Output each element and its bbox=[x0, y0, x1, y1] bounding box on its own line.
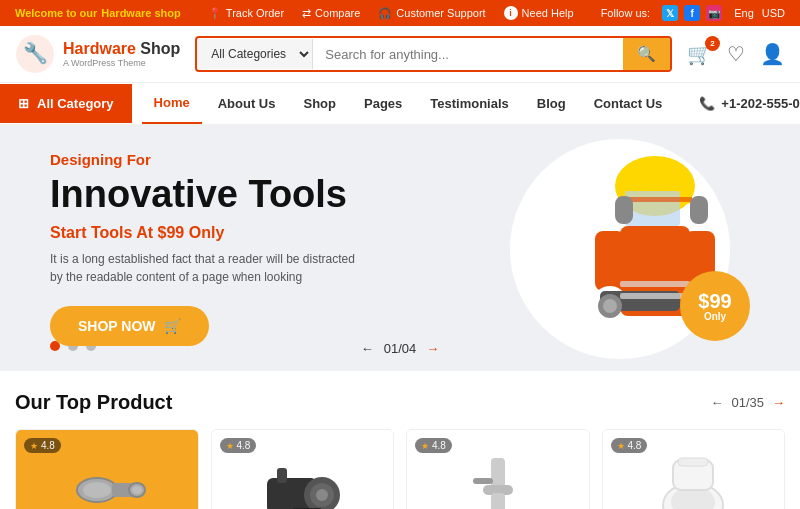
product-image-area: ★ 4.8 bbox=[407, 430, 589, 509]
hero-title: Innovative Tools bbox=[50, 174, 370, 216]
shop-now-button[interactable]: SHOP NOW 🛒 bbox=[50, 306, 209, 346]
hero-subtitle: Start Tools At $99 Only bbox=[50, 224, 370, 242]
search-area: All Categories 🔍 bbox=[195, 36, 672, 72]
svg-rect-27 bbox=[277, 468, 287, 483]
headset-icon: 🎧 bbox=[378, 7, 392, 20]
product-rating: ★ 4.8 bbox=[415, 438, 452, 453]
slide-info: 01/04 bbox=[384, 341, 417, 356]
need-help-link[interactable]: i Need Help bbox=[504, 6, 574, 20]
product-rating: ★ 4.8 bbox=[220, 438, 257, 453]
svg-point-26 bbox=[316, 489, 328, 501]
navigation: ⊞ All Category HomeAbout UsShopPagesTest… bbox=[0, 83, 800, 126]
product-card-1[interactable]: ★ 4.8 bbox=[15, 429, 199, 509]
lang-currency: Eng USD bbox=[734, 7, 785, 19]
nav-menu: HomeAbout UsShopPagesTestimonialsBlogCon… bbox=[132, 83, 685, 124]
header: 🔧 Hardware Shop A WordPress Theme All Ca… bbox=[0, 26, 800, 83]
svg-point-13 bbox=[603, 299, 617, 313]
svg-rect-29 bbox=[491, 458, 505, 488]
star-icon: ★ bbox=[421, 441, 429, 451]
welcome-text: Welcome to our bbox=[15, 7, 97, 19]
nav-item-testimonials[interactable]: Testimonials bbox=[418, 84, 521, 123]
svg-rect-15 bbox=[620, 293, 690, 299]
product-grid: ★ 4.8 ★ 4.8 ★ 4.8 ★ 4.8 bbox=[15, 429, 785, 509]
logo-text: Hardware Shop A WordPress Theme bbox=[63, 39, 180, 69]
products-prev-arrow[interactable]: ← bbox=[710, 395, 723, 410]
search-button[interactable]: 🔍 bbox=[623, 38, 670, 70]
svg-rect-33 bbox=[473, 478, 493, 484]
nav-item-shop[interactable]: Shop bbox=[291, 84, 348, 123]
category-select[interactable]: All Categories bbox=[197, 39, 313, 69]
product-image-area: ★ 4.8 bbox=[603, 430, 785, 509]
cart-icon: 🛒 bbox=[164, 318, 181, 334]
cart-icon-button[interactable]: 🛒 2 bbox=[687, 42, 712, 66]
svg-point-22 bbox=[132, 486, 142, 494]
product-rating: ★ 4.8 bbox=[611, 438, 648, 453]
follow-us: Follow us: bbox=[601, 7, 651, 19]
star-icon: ★ bbox=[30, 441, 38, 451]
svg-rect-14 bbox=[620, 281, 690, 287]
wishlist-icon-button[interactable]: ♡ bbox=[727, 42, 745, 66]
compare-icon: ⇄ bbox=[302, 7, 311, 20]
customer-support-link[interactable]: 🎧 Customer Support bbox=[378, 7, 485, 20]
products-title: Our Top Product bbox=[15, 391, 172, 414]
search-input[interactable] bbox=[313, 40, 623, 69]
location-icon: 📍 bbox=[208, 7, 222, 20]
star-icon: ★ bbox=[226, 441, 234, 451]
star-icon: ★ bbox=[617, 441, 625, 451]
products-header: Our Top Product ← 01/35 → bbox=[15, 391, 785, 414]
language-selector[interactable]: Eng bbox=[734, 7, 754, 19]
nav-item-about-us[interactable]: About Us bbox=[206, 84, 288, 123]
product-card-4[interactable]: ★ 4.8 bbox=[602, 429, 786, 509]
svg-rect-31 bbox=[491, 493, 505, 510]
instagram-icon[interactable]: 📷 bbox=[706, 5, 722, 21]
all-category-button[interactable]: ⊞ All Category bbox=[0, 84, 132, 123]
account-icon-button[interactable]: 👤 bbox=[760, 42, 785, 66]
top-bar-right: Follow us: 𝕏 f 📷 Eng USD bbox=[601, 5, 785, 21]
nav-item-contact-us[interactable]: Contact Us bbox=[582, 84, 675, 123]
hero-section: Designing For Innovative Tools Start Too… bbox=[0, 126, 800, 371]
cart-badge: 2 bbox=[705, 36, 720, 51]
products-page-info: 01/35 bbox=[731, 395, 764, 410]
logo-name: Hardware Shop bbox=[63, 39, 180, 58]
header-icons: 🛒 2 ♡ 👤 bbox=[687, 42, 785, 66]
currency-selector[interactable]: USD bbox=[762, 7, 785, 19]
nav-item-blog[interactable]: Blog bbox=[525, 84, 578, 123]
product-image-area: ★ 4.8 bbox=[16, 430, 198, 509]
welcome-message: Welcome to our Hardware shop bbox=[15, 7, 181, 19]
svg-rect-17 bbox=[615, 196, 633, 224]
price-badge: $99 Only bbox=[680, 271, 750, 341]
logo-subtitle: A WordPress Theme bbox=[63, 58, 180, 69]
logo-icon: 🔧 bbox=[15, 34, 55, 74]
grid-icon: ⊞ bbox=[18, 96, 29, 111]
next-arrow[interactable]: → bbox=[426, 341, 439, 356]
svg-text:🔧: 🔧 bbox=[23, 41, 48, 65]
products-next-arrow[interactable]: → bbox=[772, 395, 785, 410]
phone-icon: 📞 bbox=[699, 96, 715, 111]
shop-link[interactable]: Hardware shop bbox=[101, 7, 180, 19]
svg-rect-4 bbox=[625, 191, 680, 226]
product-card-3[interactable]: ★ 4.8 bbox=[406, 429, 590, 509]
twitter-icon[interactable]: 𝕏 bbox=[662, 5, 678, 21]
phone-number[interactable]: 📞 +1-202-555-0104 bbox=[684, 96, 800, 111]
product-card-2[interactable]: ★ 4.8 bbox=[211, 429, 395, 509]
compare-link[interactable]: ⇄ Compare bbox=[302, 7, 360, 20]
nav-item-home[interactable]: Home bbox=[142, 83, 202, 124]
hero-pagination: ← 01/04 → bbox=[361, 341, 440, 356]
svg-rect-16 bbox=[690, 196, 708, 224]
logo[interactable]: 🔧 Hardware Shop A WordPress Theme bbox=[15, 34, 180, 74]
hero-image: $99 Only bbox=[460, 126, 800, 371]
svg-point-19 bbox=[83, 482, 111, 498]
social-links: 𝕏 f 📷 bbox=[662, 5, 722, 21]
hero-content: Designing For Innovative Tools Start Too… bbox=[50, 151, 370, 346]
top-bar-actions: 📍 Track Order ⇄ Compare 🎧 Customer Suppo… bbox=[208, 6, 574, 20]
top-bar: Welcome to our Hardware shop 📍 Track Ord… bbox=[0, 0, 800, 26]
products-nav: ← 01/35 → bbox=[710, 395, 785, 410]
track-order-link[interactable]: 📍 Track Order bbox=[208, 7, 284, 20]
facebook-icon[interactable]: f bbox=[684, 5, 700, 21]
svg-rect-37 bbox=[678, 458, 708, 466]
nav-item-pages[interactable]: Pages bbox=[352, 84, 414, 123]
product-image-area: ★ 4.8 bbox=[212, 430, 394, 509]
hero-tag: Designing For bbox=[50, 151, 370, 168]
info-icon: i bbox=[504, 6, 518, 20]
products-section: Our Top Product ← 01/35 → ★ 4.8 ★ 4.8 ★ bbox=[0, 371, 800, 509]
